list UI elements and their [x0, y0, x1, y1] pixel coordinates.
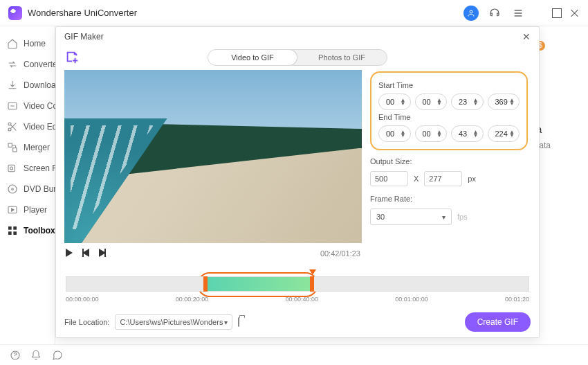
- sidebar-item-converter[interactable]: Converter: [0, 54, 55, 75]
- timeline-track[interactable]: [66, 276, 529, 292]
- create-gif-button[interactable]: Create GIF: [465, 312, 531, 332]
- feedback-icon[interactable]: [51, 350, 64, 361]
- playback-time: 00:42/01:23: [320, 249, 360, 258]
- file-location-select[interactable]: C:\Users\ws\Pictures\Wonders▾: [115, 314, 232, 330]
- play-icon: [7, 204, 18, 215]
- svg-point-10: [10, 167, 13, 170]
- frame-rate-select[interactable]: 30▾: [370, 208, 452, 225]
- svg-point-6: [8, 128, 11, 131]
- playback-controls: 00:42/01:23: [64, 243, 362, 264]
- svg-rect-16: [8, 231, 12, 235]
- grid-icon: [7, 225, 18, 236]
- sidebar-item-player[interactable]: Player: [0, 199, 55, 220]
- time-range-group: Start Time 00▲▼ 00▲▼ 23▲▼ 369▲▼ End Time…: [370, 71, 528, 150]
- svg-rect-9: [8, 165, 15, 171]
- disc-icon: [7, 184, 18, 195]
- sidebar-item-label: Player: [24, 205, 47, 215]
- svg-rect-17: [13, 231, 17, 235]
- output-size-label: Output Size:: [370, 157, 528, 166]
- gif-maker-dialog: GIF Maker ✕ Video to GIF Photos to GIF: [55, 26, 540, 338]
- account-icon[interactable]: [463, 6, 479, 21]
- selection-end-handle[interactable]: [310, 276, 314, 292]
- maximize-button[interactable]: [552, 8, 562, 18]
- sidebar-item-label: Merger: [24, 143, 50, 152]
- sidebar-item-label: Toolbox: [24, 226, 55, 235]
- end-hours-stepper[interactable]: 00▲▼: [378, 125, 411, 142]
- svg-point-0: [470, 10, 472, 13]
- start-hours-stepper[interactable]: 00▲▼: [378, 94, 411, 110]
- bell-icon[interactable]: [30, 350, 42, 361]
- start-seconds-stepper[interactable]: 23▲▼: [451, 94, 484, 110]
- download-icon: [7, 80, 18, 91]
- sidebar-item-compressor[interactable]: Video Compressor: [0, 96, 55, 116]
- svg-rect-15: [13, 226, 17, 230]
- svg-point-5: [8, 123, 11, 125]
- px-label: px: [468, 175, 476, 183]
- svg-rect-14: [8, 226, 12, 230]
- help-icon[interactable]: [10, 350, 21, 361]
- merge-icon: [7, 142, 18, 153]
- timeline-ticks: 00:00:00:00 00:00:20:00 00:00:40:00 00:0…: [66, 296, 529, 303]
- app-title: Wondershare UniConverter: [28, 8, 137, 18]
- file-location-label: File Location:: [64, 318, 109, 326]
- selection-start-handle[interactable]: [203, 276, 208, 292]
- output-width-input[interactable]: 500: [370, 171, 408, 186]
- start-time-label: Start Time: [378, 81, 520, 89]
- svg-point-11: [8, 185, 17, 193]
- sidebar-item-editor[interactable]: Video Editor: [0, 116, 55, 137]
- folder-icon: [238, 317, 239, 327]
- convert-icon: [7, 59, 18, 70]
- sidebar-item-merger[interactable]: Merger: [0, 137, 55, 158]
- svg-rect-7: [8, 143, 12, 147]
- sidebar: Home Converter Downloader Video Compress…: [0, 26, 55, 344]
- x-label: X: [414, 175, 419, 183]
- home-icon: [7, 38, 18, 49]
- start-minutes-stepper[interactable]: 00▲▼: [415, 94, 448, 110]
- video-preview[interactable]: [64, 70, 362, 243]
- end-time-label: End Time: [378, 113, 520, 121]
- tick-label: 00:00:20:00: [176, 296, 209, 303]
- svg-point-12: [12, 188, 14, 190]
- playhead-marker[interactable]: [309, 269, 316, 275]
- selection-range[interactable]: [205, 277, 312, 291]
- brand-icon: [8, 6, 22, 20]
- next-frame-button[interactable]: [99, 249, 109, 258]
- tick-label: 00:00:00:00: [66, 296, 99, 303]
- svg-rect-8: [13, 148, 17, 152]
- mode-tabs: Video to GIF Photos to GIF: [208, 49, 387, 66]
- record-icon: [7, 163, 18, 174]
- title-bar: Wondershare UniConverter: [0, 0, 588, 26]
- tick-label: 00:01:20: [505, 296, 529, 303]
- sidebar-item-label: Converter: [24, 60, 60, 69]
- compress-icon: [7, 100, 18, 112]
- dialog-title: GIF Maker: [64, 32, 104, 42]
- fps-label: fps: [457, 213, 468, 221]
- sidebar-item-label: Home: [24, 39, 46, 48]
- status-bar: [0, 344, 588, 365]
- dialog-close-button[interactable]: ✕: [522, 31, 531, 42]
- start-ms-stepper[interactable]: 369▲▼: [488, 94, 520, 110]
- sidebar-item-downloader[interactable]: Downloader: [0, 75, 55, 96]
- end-minutes-stepper[interactable]: 00▲▼: [415, 125, 448, 142]
- tab-photos-to-gif[interactable]: Photos to GIF: [297, 50, 387, 65]
- end-seconds-stepper[interactable]: 43▲▼: [451, 125, 484, 142]
- scissors-icon: [7, 121, 18, 132]
- tick-label: 00:00:40:00: [285, 296, 318, 303]
- close-button[interactable]: [570, 8, 580, 18]
- tick-label: 00:01:00:00: [395, 296, 428, 303]
- sidebar-item-toolbox[interactable]: Toolbox: [0, 220, 55, 241]
- add-media-icon[interactable]: [64, 49, 80, 64]
- sidebar-item-recorder[interactable]: Screen Recorder: [0, 158, 55, 179]
- sidebar-item-dvd[interactable]: DVD Burner: [0, 179, 55, 199]
- timeline[interactable]: 00:00:00:00 00:00:20:00 00:00:40:00 00:0…: [64, 276, 531, 303]
- sidebar-item-home[interactable]: Home: [0, 33, 55, 54]
- tab-video-to-gif[interactable]: Video to GIF: [208, 49, 297, 66]
- end-ms-stepper[interactable]: 224▲▼: [488, 125, 520, 142]
- browse-folder-button[interactable]: [238, 318, 239, 326]
- menu-icon[interactable]: [511, 6, 526, 21]
- output-height-input[interactable]: 277: [424, 171, 462, 186]
- prev-frame-button[interactable]: [82, 249, 92, 258]
- play-button[interactable]: [66, 249, 75, 258]
- frame-rate-label: Frame Rate:: [370, 195, 528, 203]
- support-icon[interactable]: [487, 6, 502, 21]
